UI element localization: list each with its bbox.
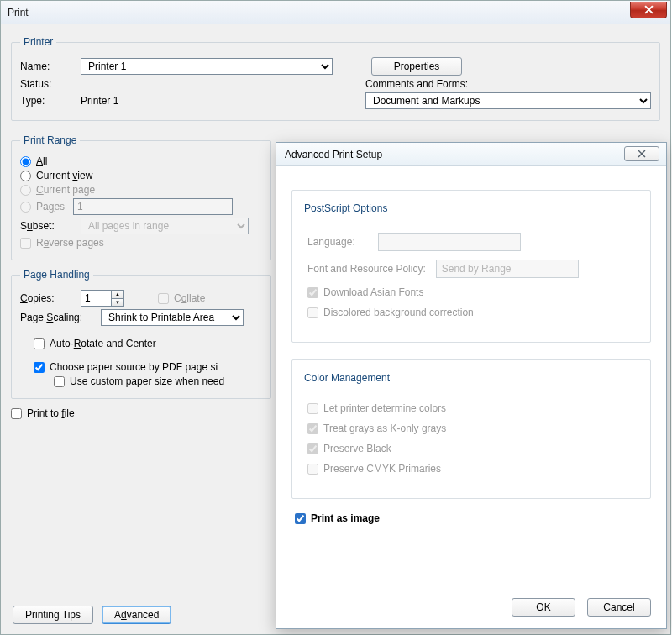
color-management-group: Color Management Let printer determine c… [291,359,651,499]
language-label: Language: [307,236,368,248]
page-scaling-label: Page Scaling: [20,312,92,323]
copies-up[interactable]: ▲ [112,291,123,298]
postscript-options-group: PostScript Options Language: Font and Re… [291,190,651,343]
preserve-cmyk-primaries: Preserve CMYK Primaries [307,463,441,475]
range-current-page: Current page [20,184,95,196]
font-policy-label: Font and Resource Policy: [307,263,426,275]
collate: Collate [158,292,205,304]
copies-input[interactable] [81,290,111,307]
range-current-view[interactable]: Current view [20,170,92,181]
use-custom-paper[interactable]: Use custom paper size when need [54,375,224,387]
printer-group: Printer Name: Printer 1 Properties Statu… [11,36,660,121]
reverse-pages: Reverse pages [20,237,104,249]
auto-rotate-center[interactable]: Auto-Rotate and Center [34,338,156,349]
ok-button[interactable]: OK [512,598,575,617]
name-label: Name: [20,60,72,72]
language-select [378,233,521,251]
comments-label: Comments and Forms: [365,78,651,90]
advanced-titlebar: Advanced Print Setup [276,143,666,166]
printer-legend: Printer [20,36,56,48]
page-handling-group: Page Handling Copies: ▲ ▼ Collate [11,269,271,399]
page-handling-legend: Page Handling [20,269,93,281]
advanced-title: Advanced Print Setup [285,149,382,160]
subset-label: Subset: [20,220,72,232]
close-button[interactable] [630,2,667,18]
copies-spinner[interactable]: ▲ ▼ [81,290,124,307]
font-policy-select: Send by Range [436,260,579,278]
printing-tips-button[interactable]: Printing Tips [13,606,93,624]
close-icon [644,5,654,14]
download-asian-fonts: Download Asian Fonts [307,286,423,298]
type-value: Printer 1 [81,95,118,107]
copies-down[interactable]: ▼ [112,298,123,307]
treat-grays-k-only: Treat grays as K-only grays [307,422,446,434]
discolored-bg-correction: Discolored background correction [307,307,474,318]
print-to-file[interactable]: Print to file [11,407,75,419]
close-icon [638,150,646,158]
range-pages: Pages [20,201,65,213]
choose-paper-source[interactable]: Choose paper source by PDF page si [34,361,218,373]
print-titlebar: Print [1,1,670,24]
copies-label: Copies: [20,292,72,304]
cancel-button[interactable]: Cancel [587,598,651,617]
advanced-button[interactable]: Advanced [102,606,171,624]
printer-name-select[interactable]: Printer 1 [81,58,333,75]
advanced-close-button[interactable] [624,146,659,161]
preserve-black: Preserve Black [307,443,391,454]
advanced-print-setup-dialog: Advanced Print Setup PostScript Options … [276,142,667,629]
type-label: Type: [20,95,72,107]
print-title: Print [8,7,29,18]
subset-select: All pages in range [81,218,249,234]
print-range-group: Print Range All Current view Current pag… [11,134,271,260]
print-range-legend: Print Range [20,134,80,146]
color-management-legend: Color Management [299,372,395,384]
comments-forms-select[interactable]: Document and Markups [365,92,651,109]
let-printer-determine-colors: Let printer determine colors [307,402,446,414]
status-label: Status: [20,78,72,90]
print-as-image[interactable]: Print as image [295,512,380,524]
page-scaling-select[interactable]: Shrink to Printable Area [101,309,244,326]
pages-input [73,198,233,215]
postscript-legend: PostScript Options [299,202,392,214]
properties-button[interactable]: Properties [371,57,462,76]
range-all[interactable]: All [20,155,47,167]
